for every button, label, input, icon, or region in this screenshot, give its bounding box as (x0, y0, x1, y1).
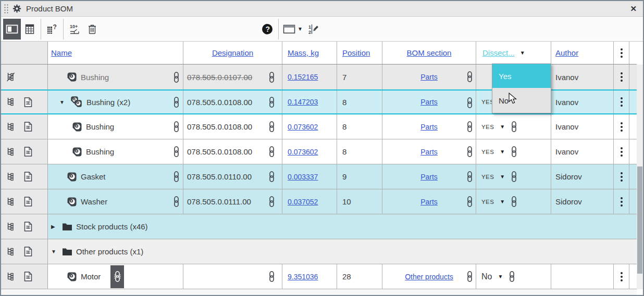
document-icon[interactable] (24, 97, 32, 107)
bom-section-link[interactable]: Parts (420, 73, 438, 81)
link-icon[interactable] (268, 196, 275, 207)
renumber-positions-button[interactable]: 1 2 (305, 19, 323, 40)
row-menu[interactable] (614, 65, 629, 89)
group-row[interactable]: ▶ Stock products (x46) (1, 214, 637, 239)
link-icon[interactable] (466, 146, 473, 157)
document-icon[interactable] (24, 247, 32, 256)
caret-down-icon[interactable]: ▼ (500, 174, 505, 179)
close-icon[interactable]: ✕ (630, 4, 637, 14)
link-icon[interactable] (268, 146, 275, 157)
bom-section-link[interactable]: Parts (420, 123, 438, 131)
link-icon[interactable] (173, 97, 180, 108)
structure-icon[interactable] (6, 247, 16, 256)
link-icon[interactable] (466, 271, 473, 282)
link-icon[interactable] (173, 171, 180, 182)
row-menu[interactable] (614, 91, 629, 113)
link-icon[interactable] (511, 146, 517, 157)
bom-section-link[interactable]: Parts (420, 148, 438, 156)
caret-down-icon[interactable]: ▼ (500, 149, 505, 155)
link-icon[interactable] (173, 121, 180, 132)
table-row[interactable]: Bushing 078.505.0.0108.00 0.073602 8 Par… (1, 139, 637, 164)
column-header-designation[interactable]: Designation (183, 42, 282, 64)
link-icon[interactable] (268, 72, 275, 83)
structure-icon[interactable] (6, 222, 16, 231)
assign-positions-button[interactable]: 10+ (66, 19, 83, 40)
report-view-button[interactable] (21, 19, 39, 40)
link-icon[interactable] (466, 97, 473, 108)
row-menu[interactable] (614, 139, 629, 164)
bom-properties-query-button[interactable]: ? (43, 19, 61, 40)
link-icon[interactable] (466, 196, 473, 207)
structure-icon[interactable] (6, 147, 16, 157)
document-icon[interactable] (24, 147, 32, 157)
document-icon[interactable] (24, 222, 32, 231)
group-row[interactable]: ▼ Other products (x1) (1, 239, 637, 264)
table-row[interactable]: Gasket 078.505.0.0110.00 0.003337 9 Part… (1, 164, 637, 189)
link-icon[interactable] (466, 121, 473, 132)
mass-link[interactable]: 0.003337 (288, 173, 318, 181)
link-icon[interactable] (466, 171, 473, 182)
dropdown-option-no[interactable]: No (492, 88, 551, 113)
scrollbar-track[interactable] (637, 65, 643, 289)
link-icon[interactable] (268, 97, 275, 108)
row-menu[interactable] (614, 264, 629, 289)
column-header-mass[interactable]: Mass, kg (282, 42, 337, 64)
table-row[interactable]: Washer 078.505.0.0111.00 0.037052 10 Par… (1, 189, 637, 214)
structure-icon[interactable] (6, 197, 16, 207)
link-icon[interactable] (268, 171, 275, 182)
caret-down-icon[interactable]: ▼ (59, 99, 67, 105)
help-button[interactable]: ? (258, 19, 276, 40)
caret-right-icon[interactable]: ▶ (51, 224, 58, 229)
row-menu[interactable] (614, 189, 629, 214)
row-menu[interactable] (614, 164, 629, 189)
document-icon[interactable] (24, 122, 32, 132)
table-row[interactable]: Motor 9.351036 28 Other products No (1, 264, 637, 289)
mass-link[interactable]: 0.073602 (288, 148, 318, 156)
link-icon[interactable] (268, 121, 275, 132)
dissect-cell[interactable]: Yes ▼ (476, 189, 551, 214)
bom-section-link[interactable]: Parts (420, 98, 438, 106)
caret-down-icon[interactable]: ▼ (51, 249, 58, 254)
mass-link[interactable]: 9.351036 (288, 273, 318, 281)
link-icon[interactable] (268, 271, 275, 282)
column-header-position[interactable]: Position (337, 42, 382, 64)
dropdown-option-yes[interactable]: Yes (492, 64, 551, 88)
dropdown-caret-icon[interactable]: ▼ (520, 50, 525, 56)
column-header-menu[interactable] (614, 42, 629, 64)
dissect-cell[interactable]: No ▼ (476, 264, 551, 289)
column-header-dissect[interactable]: Dissect...▼ (476, 42, 551, 64)
caret-down-icon[interactable]: ▼ (500, 199, 505, 204)
caret-down-icon[interactable]: ▼ (500, 124, 505, 130)
dissect-cell[interactable]: Yes ▼ (476, 139, 551, 164)
column-header-author[interactable]: Author (551, 42, 614, 64)
bom-section-link[interactable]: Parts (420, 198, 438, 206)
delete-button[interactable] (83, 19, 101, 40)
structure-icon[interactable] (6, 272, 16, 281)
link-icon[interactable] (173, 146, 180, 157)
mass-link[interactable]: 0.037052 (288, 198, 318, 206)
bom-section-link[interactable]: Parts (420, 173, 438, 181)
link-active-button[interactable] (110, 265, 124, 288)
mass-link[interactable]: 0.147203 (288, 98, 318, 106)
scrollbar-thumb[interactable] (637, 166, 642, 274)
structure-icon[interactable] (6, 122, 16, 132)
row-menu[interactable] (614, 114, 629, 139)
caret-down-icon[interactable]: ▼ (498, 274, 503, 279)
mass-link[interactable]: 0.152165 (288, 73, 318, 81)
document-icon[interactable] (24, 172, 32, 182)
structure-icon[interactable] (6, 172, 16, 182)
link-icon[interactable] (466, 71, 473, 82)
column-header-bom-section[interactable]: BOM section (382, 42, 476, 64)
mass-link[interactable]: 0.073602 (288, 123, 318, 131)
column-header-name[interactable]: Name (48, 42, 183, 64)
document-icon[interactable] (24, 272, 32, 281)
link-icon[interactable] (511, 196, 517, 207)
vertical-scrollbar[interactable] (637, 42, 643, 295)
table-row[interactable]: Bushing 078.505.0.0108.00 0.073602 8 Par… (1, 114, 637, 139)
dissect-cell[interactable]: Yes ▼ (476, 114, 551, 139)
window-layout-button[interactable]: ▼ (281, 19, 305, 40)
link-icon[interactable] (173, 72, 180, 83)
structure-panel-toggle-button[interactable] (3, 19, 21, 40)
dissect-cell[interactable]: Yes ▼ (476, 164, 551, 189)
link-icon[interactable] (511, 171, 517, 182)
